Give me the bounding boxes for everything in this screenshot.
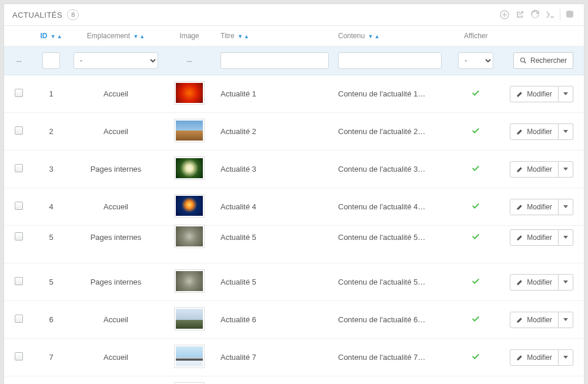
filter-dash: -- bbox=[4, 46, 34, 75]
col-header-afficher: Afficher bbox=[446, 26, 505, 46]
cell-id: 5 bbox=[34, 219, 69, 256]
cell-contenu: Contenu de l'actualité 1… bbox=[333, 75, 446, 113]
modifier-button[interactable]: Modifier bbox=[510, 86, 559, 102]
row-menu-button[interactable] bbox=[559, 86, 573, 102]
console-icon[interactable] bbox=[544, 9, 556, 21]
modifier-button[interactable]: Modifier bbox=[510, 123, 559, 140]
cell-id: 6 bbox=[34, 301, 69, 339]
row-checkbox[interactable] bbox=[15, 202, 23, 210]
row-menu-button[interactable] bbox=[559, 312, 573, 328]
row-menu-button[interactable] bbox=[559, 123, 573, 140]
row-checkbox[interactable] bbox=[15, 277, 23, 285]
database-icon[interactable] bbox=[564, 9, 576, 21]
pencil-icon bbox=[516, 234, 523, 241]
pencil-icon bbox=[516, 316, 523, 323]
cell-contenu: Contenu de l'actualité 5… bbox=[333, 263, 446, 301]
sort-arrows-icon: ▼▲ bbox=[133, 34, 145, 39]
table-row: 7 Accueil Actualité 7 Contenu de l'actua… bbox=[4, 339, 584, 376]
cell-id: 1 bbox=[34, 75, 69, 113]
modifier-button[interactable]: Modifier bbox=[510, 161, 559, 178]
cell-id: 8 bbox=[34, 376, 69, 385]
add-icon[interactable] bbox=[499, 9, 510, 21]
cell-emplacement: Pages internes bbox=[69, 263, 163, 301]
table-row: 5 Pages internes Actualité 5 Contenu de … bbox=[4, 263, 584, 301]
check-icon bbox=[472, 128, 480, 136]
caret-down-icon bbox=[563, 236, 568, 239]
modifier-button[interactable]: Modifier bbox=[510, 199, 559, 215]
search-button[interactable]: Rechercher bbox=[513, 52, 573, 69]
row-menu-button[interactable] bbox=[559, 349, 573, 366]
filter-titre-input[interactable] bbox=[220, 52, 329, 69]
thumbnail[interactable] bbox=[174, 345, 205, 368]
panel-actualites: ACTUALITÉS 8 ID ▼▲ Emplacement ▼▲ bbox=[4, 4, 584, 384]
sort-arrows-icon: ▼▲ bbox=[368, 34, 380, 39]
thumbnail[interactable] bbox=[174, 269, 205, 293]
row-menu-button[interactable] bbox=[559, 199, 573, 215]
panel-tools bbox=[499, 9, 576, 21]
caret-down-icon bbox=[563, 92, 568, 95]
row-menu-button[interactable] bbox=[559, 229, 573, 246]
thumbnail[interactable] bbox=[174, 225, 205, 248]
check-icon bbox=[472, 233, 480, 242]
cell-contenu: Contenu de l'actualité 8… bbox=[333, 376, 446, 385]
modifier-label: Modifier bbox=[527, 233, 552, 242]
thumbnail[interactable] bbox=[174, 194, 205, 218]
search-button-label: Rechercher bbox=[530, 56, 567, 65]
thumbnail[interactable] bbox=[174, 307, 205, 330]
modifier-button[interactable]: Modifier bbox=[510, 312, 559, 328]
row-menu-button[interactable] bbox=[559, 274, 573, 290]
panel-header: ACTUALITÉS 8 bbox=[4, 4, 584, 26]
cell-titre: Actualité 6 bbox=[216, 301, 333, 339]
check-icon bbox=[472, 316, 480, 325]
row-checkbox[interactable] bbox=[15, 164, 23, 172]
caret-down-icon bbox=[563, 281, 568, 283]
modifier-button[interactable]: Modifier bbox=[510, 349, 559, 366]
table-row: 5 Pages internes Actualité 5 Contenu de … bbox=[4, 226, 584, 263]
modifier-button[interactable]: Modifier bbox=[510, 274, 559, 290]
check-icon bbox=[472, 90, 480, 99]
caret-down-icon bbox=[563, 168, 568, 171]
col-header-titre[interactable]: Titre ▼▲ bbox=[216, 26, 333, 46]
col-header-id[interactable]: ID ▼▲ bbox=[34, 26, 69, 46]
pencil-icon bbox=[516, 354, 523, 361]
row-menu-button[interactable] bbox=[559, 161, 573, 178]
modifier-button[interactable]: Modifier bbox=[510, 229, 559, 246]
modifier-label: Modifier bbox=[527, 316, 552, 324]
refresh-icon[interactable] bbox=[529, 9, 541, 21]
col-header-emplacement[interactable]: Emplacement ▼▲ bbox=[69, 26, 163, 46]
row-checkbox[interactable] bbox=[15, 352, 23, 360]
thumbnail[interactable] bbox=[174, 81, 205, 105]
row-checkbox[interactable] bbox=[15, 232, 23, 241]
cell-titre: Actualité 2 bbox=[216, 113, 333, 151]
filter-row: -- - -- - Rechercher bbox=[4, 46, 584, 75]
cell-contenu: Contenu de l'actualité 3… bbox=[333, 151, 446, 188]
filter-afficher-select[interactable]: - bbox=[458, 52, 493, 69]
panel-title: ACTUALITÉS bbox=[12, 11, 62, 19]
caret-down-icon bbox=[563, 130, 568, 133]
row-checkbox[interactable] bbox=[15, 89, 23, 97]
thumbnail[interactable] bbox=[174, 156, 205, 180]
pencil-icon bbox=[516, 128, 523, 135]
filter-contenu-input[interactable] bbox=[338, 52, 442, 69]
share-icon[interactable] bbox=[514, 9, 526, 21]
modifier-label: Modifier bbox=[527, 90, 552, 98]
col-header-contenu[interactable]: Contenu ▼▲ bbox=[333, 26, 446, 46]
caret-down-icon bbox=[563, 356, 568, 359]
cell-emplacement: Pages internes bbox=[69, 151, 163, 188]
thumbnail[interactable] bbox=[174, 119, 205, 142]
cell-emplacement: Accueil bbox=[69, 113, 163, 151]
pencil-icon bbox=[516, 203, 523, 211]
filter-id-input[interactable] bbox=[42, 52, 60, 69]
cell-titre: Actualité 5 bbox=[216, 263, 333, 301]
cell-contenu: Contenu de l'actualité 6… bbox=[333, 301, 446, 339]
pencil-icon bbox=[516, 166, 523, 173]
search-icon bbox=[520, 57, 527, 64]
table-row: 2 Accueil Actualité 2 Contenu de l'actua… bbox=[4, 113, 584, 151]
row-checkbox[interactable] bbox=[15, 315, 23, 323]
row-checkbox[interactable] bbox=[15, 126, 23, 135]
check-icon bbox=[472, 203, 480, 212]
filter-emplacement-select[interactable]: - bbox=[74, 52, 158, 69]
cell-contenu: Contenu de l'actualité 7… bbox=[333, 339, 446, 376]
col-header-image: Image bbox=[163, 26, 216, 46]
filter-dash: -- bbox=[163, 46, 216, 75]
